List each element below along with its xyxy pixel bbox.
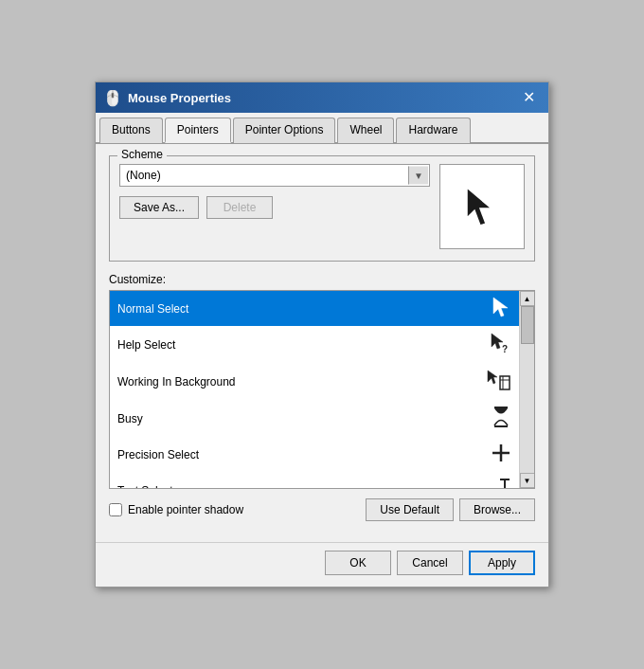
scheme-group-label: Scheme — [117, 148, 167, 161]
apply-button[interactable]: Apply — [469, 551, 535, 575]
scheme-row: (None) ▼ Save As... Delete — [119, 164, 525, 249]
item-name-precision-select: Precision Select — [117, 448, 199, 461]
mouse-properties-dialog: 🖱️ Mouse Properties ✕ Buttons Pointers P… — [95, 81, 549, 588]
svg-text:?: ? — [502, 344, 508, 354]
title-bar: 🖱️ Mouse Properties ✕ — [96, 82, 548, 113]
scheme-buttons: Save As... Delete — [119, 196, 430, 219]
item-icon-normal-select — [491, 297, 511, 320]
pointer-shadow-checkbox[interactable] — [109, 503, 122, 516]
svg-rect-9 — [494, 425, 508, 427]
list-item-help-select[interactable]: Help Select ? — [110, 326, 519, 363]
list-item-precision-select[interactable]: Precision Select — [110, 437, 519, 472]
bottom-controls: Enable pointer shadow Use Default Browse… — [109, 498, 535, 521]
svg-marker-4 — [488, 371, 497, 384]
svg-rect-5 — [500, 376, 510, 389]
scheme-controls: (None) ▼ Save As... Delete — [119, 164, 430, 219]
scroll-up-arrow[interactable]: ▲ — [520, 291, 535, 306]
scroll-down-arrow[interactable]: ▼ — [520, 473, 535, 488]
item-name-working-bg: Working In Background — [117, 375, 236, 389]
list-scrollbar[interactable]: ▲ ▼ — [519, 291, 534, 488]
item-icon-text-select — [498, 478, 511, 488]
save-as-button[interactable]: Save As... — [119, 196, 199, 219]
customize-label: Customize: — [109, 273, 535, 286]
scroll-thumb[interactable] — [521, 306, 534, 344]
bottom-buttons: Use Default Browse... — [366, 498, 535, 521]
scheme-select[interactable]: (None) — [119, 164, 430, 187]
list-item-working-bg[interactable]: Working In Background — [110, 363, 519, 400]
scheme-group: Scheme (None) ▼ Save As... Delete — [109, 155, 535, 262]
svg-rect-8 — [494, 407, 508, 408]
cursor-list: Normal Select Help Select ? — [109, 290, 535, 489]
item-name-help-select: Help Select — [117, 338, 175, 352]
pointer-shadow-text: Enable pointer shadow — [128, 503, 243, 516]
item-name-busy: Busy — [117, 412, 143, 425]
item-icon-precision-select — [491, 443, 511, 466]
item-icon-busy — [491, 406, 511, 431]
item-name-normal-select: Normal Select — [117, 302, 188, 316]
window-icon: 🖱️ — [103, 89, 122, 107]
svg-marker-1 — [493, 298, 508, 316]
cursor-preview-image — [459, 184, 505, 229]
item-name-text-select: Text Select — [117, 484, 173, 489]
svg-marker-0 — [467, 188, 492, 226]
tab-bar: Buttons Pointers Pointer Options Wheel H… — [96, 113, 548, 144]
delete-button[interactable]: Delete — [206, 196, 273, 219]
tab-pointers[interactable]: Pointers — [165, 118, 231, 143]
tab-pointer-options[interactable]: Pointer Options — [233, 118, 336, 143]
pointer-shadow-label[interactable]: Enable pointer shadow — [109, 503, 243, 516]
cursor-preview — [439, 164, 525, 249]
item-icon-help-select: ? — [489, 332, 511, 357]
tab-buttons[interactable]: Buttons — [99, 118, 163, 143]
list-item-busy[interactable]: Busy — [110, 400, 519, 437]
item-icon-working-bg — [485, 369, 511, 394]
title-bar-left: 🖱️ Mouse Properties — [103, 89, 231, 107]
list-items-scroll[interactable]: Normal Select Help Select ? — [110, 291, 519, 488]
window-title: Mouse Properties — [128, 91, 231, 105]
scroll-track — [520, 306, 534, 473]
scheme-select-wrapper: (None) ▼ — [119, 164, 430, 187]
tab-hardware[interactable]: Hardware — [396, 118, 470, 143]
list-item-normal-select[interactable]: Normal Select — [110, 291, 519, 326]
close-button[interactable]: ✕ — [517, 88, 541, 107]
list-item-text-select[interactable]: Text Select — [110, 472, 519, 488]
ok-button[interactable]: OK — [325, 551, 391, 575]
use-default-button[interactable]: Use Default — [366, 498, 454, 521]
tab-wheel[interactable]: Wheel — [337, 118, 394, 143]
dialog-footer: OK Cancel Apply — [96, 542, 548, 587]
tab-content: Scheme (None) ▼ Save As... Delete — [96, 144, 548, 542]
cancel-button[interactable]: Cancel — [397, 551, 463, 575]
browse-button[interactable]: Browse... — [459, 498, 535, 521]
